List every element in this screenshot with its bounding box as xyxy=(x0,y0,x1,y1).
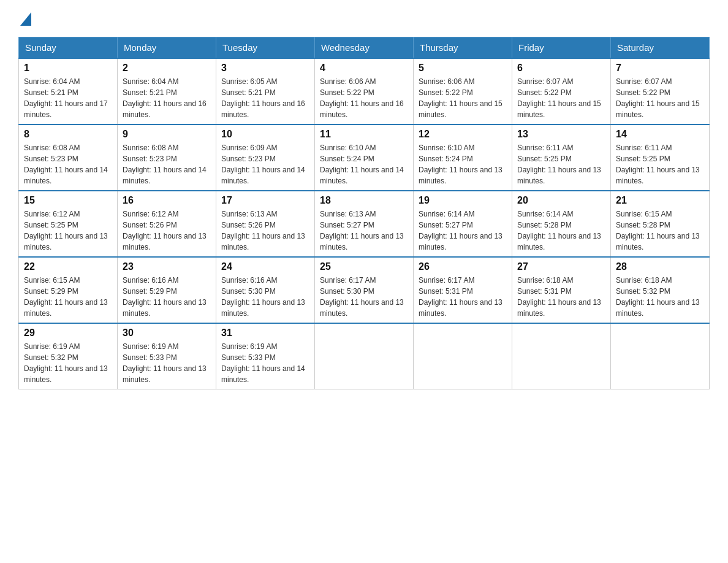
day-info: Sunrise: 6:19 AM Sunset: 5:32 PM Dayligh… xyxy=(24,341,112,385)
day-info: Sunrise: 6:16 AM Sunset: 5:29 PM Dayligh… xyxy=(123,275,211,319)
page-header xyxy=(18,12,710,25)
calendar-cell: 18 Sunrise: 6:13 AM Sunset: 5:27 PM Dayl… xyxy=(315,191,414,257)
day-info: Sunrise: 6:05 AM Sunset: 5:21 PM Dayligh… xyxy=(221,76,309,120)
day-number: 28 xyxy=(616,261,704,272)
day-info: Sunrise: 6:15 AM Sunset: 5:29 PM Dayligh… xyxy=(24,275,112,319)
day-info: Sunrise: 6:11 AM Sunset: 5:25 PM Dayligh… xyxy=(616,142,704,186)
day-number: 9 xyxy=(123,129,211,140)
header-row: SundayMondayTuesdayWednesdayThursdayFrid… xyxy=(19,37,710,59)
day-info: Sunrise: 6:13 AM Sunset: 5:27 PM Dayligh… xyxy=(320,209,408,253)
day-info: Sunrise: 6:19 AM Sunset: 5:33 PM Dayligh… xyxy=(221,341,309,385)
day-info: Sunrise: 6:13 AM Sunset: 5:26 PM Dayligh… xyxy=(221,209,309,253)
day-number: 19 xyxy=(419,195,507,206)
calendar-cell: 6 Sunrise: 6:07 AM Sunset: 5:22 PM Dayli… xyxy=(512,58,611,124)
day-info: Sunrise: 6:15 AM Sunset: 5:28 PM Dayligh… xyxy=(616,209,704,253)
day-info: Sunrise: 6:18 AM Sunset: 5:32 PM Dayligh… xyxy=(616,275,704,319)
day-info: Sunrise: 6:10 AM Sunset: 5:24 PM Dayligh… xyxy=(419,142,507,186)
day-info: Sunrise: 6:19 AM Sunset: 5:33 PM Dayligh… xyxy=(123,341,211,385)
header-cell-tuesday: Tuesday xyxy=(216,37,315,59)
day-info: Sunrise: 6:16 AM Sunset: 5:30 PM Dayligh… xyxy=(221,275,309,319)
day-number: 12 xyxy=(419,129,507,140)
calendar-cell: 27 Sunrise: 6:18 AM Sunset: 5:31 PM Dayl… xyxy=(512,257,611,323)
calendar-cell: 2 Sunrise: 6:04 AM Sunset: 5:21 PM Dayli… xyxy=(118,58,216,124)
day-info: Sunrise: 6:07 AM Sunset: 5:22 PM Dayligh… xyxy=(517,76,605,120)
calendar-cell xyxy=(414,323,512,389)
day-number: 5 xyxy=(419,63,507,74)
day-number: 24 xyxy=(221,261,309,272)
day-info: Sunrise: 6:09 AM Sunset: 5:23 PM Dayligh… xyxy=(221,142,309,186)
day-number: 2 xyxy=(123,63,211,74)
day-info: Sunrise: 6:12 AM Sunset: 5:25 PM Dayligh… xyxy=(24,209,112,253)
day-info: Sunrise: 6:06 AM Sunset: 5:22 PM Dayligh… xyxy=(320,76,408,120)
week-row-3: 15 Sunrise: 6:12 AM Sunset: 5:25 PM Dayl… xyxy=(19,191,710,257)
day-number: 26 xyxy=(419,261,507,272)
day-info: Sunrise: 6:17 AM Sunset: 5:31 PM Dayligh… xyxy=(419,275,507,319)
day-number: 30 xyxy=(123,327,211,339)
week-row-5: 29 Sunrise: 6:19 AM Sunset: 5:32 PM Dayl… xyxy=(19,323,710,389)
day-number: 8 xyxy=(24,129,112,140)
logo xyxy=(18,12,31,25)
header-cell-friday: Friday xyxy=(512,37,611,59)
calendar-cell: 4 Sunrise: 6:06 AM Sunset: 5:22 PM Dayli… xyxy=(315,58,414,124)
day-info: Sunrise: 6:14 AM Sunset: 5:28 PM Dayligh… xyxy=(517,209,605,253)
calendar-cell: 23 Sunrise: 6:16 AM Sunset: 5:29 PM Dayl… xyxy=(118,257,216,323)
calendar-table: SundayMondayTuesdayWednesdayThursdayFrid… xyxy=(18,37,710,389)
day-number: 16 xyxy=(123,195,211,206)
day-number: 22 xyxy=(24,261,112,272)
day-number: 23 xyxy=(123,261,211,272)
calendar-cell: 13 Sunrise: 6:11 AM Sunset: 5:25 PM Dayl… xyxy=(512,124,611,191)
day-number: 25 xyxy=(320,261,408,272)
day-number: 1 xyxy=(24,63,112,74)
day-number: 20 xyxy=(517,195,605,206)
calendar-cell xyxy=(512,323,611,389)
calendar-header: SundayMondayTuesdayWednesdayThursdayFrid… xyxy=(19,37,710,59)
calendar-cell: 5 Sunrise: 6:06 AM Sunset: 5:22 PM Dayli… xyxy=(414,58,512,124)
calendar-cell: 8 Sunrise: 6:08 AM Sunset: 5:23 PM Dayli… xyxy=(19,124,118,191)
day-number: 15 xyxy=(24,195,112,206)
header-cell-sunday: Sunday xyxy=(19,37,118,59)
header-cell-monday: Monday xyxy=(118,37,216,59)
day-number: 27 xyxy=(517,261,605,272)
calendar-cell xyxy=(315,323,414,389)
calendar-cell: 24 Sunrise: 6:16 AM Sunset: 5:30 PM Dayl… xyxy=(216,257,315,323)
calendar-cell: 30 Sunrise: 6:19 AM Sunset: 5:33 PM Dayl… xyxy=(118,323,216,389)
calendar-cell: 17 Sunrise: 6:13 AM Sunset: 5:26 PM Dayl… xyxy=(216,191,315,257)
calendar-cell: 1 Sunrise: 6:04 AM Sunset: 5:21 PM Dayli… xyxy=(19,58,118,124)
day-info: Sunrise: 6:10 AM Sunset: 5:24 PM Dayligh… xyxy=(320,142,408,186)
day-number: 3 xyxy=(221,63,309,74)
day-info: Sunrise: 6:07 AM Sunset: 5:22 PM Dayligh… xyxy=(616,76,704,120)
calendar-body: 1 Sunrise: 6:04 AM Sunset: 5:21 PM Dayli… xyxy=(19,58,710,389)
logo-triangle-icon xyxy=(20,12,31,26)
day-number: 7 xyxy=(616,63,704,74)
week-row-1: 1 Sunrise: 6:04 AM Sunset: 5:21 PM Dayli… xyxy=(19,58,710,124)
calendar-cell: 16 Sunrise: 6:12 AM Sunset: 5:26 PM Dayl… xyxy=(118,191,216,257)
day-info: Sunrise: 6:12 AM Sunset: 5:26 PM Dayligh… xyxy=(123,209,211,253)
day-info: Sunrise: 6:17 AM Sunset: 5:30 PM Dayligh… xyxy=(320,275,408,319)
calendar-cell: 12 Sunrise: 6:10 AM Sunset: 5:24 PM Dayl… xyxy=(414,124,512,191)
calendar-cell xyxy=(611,323,710,389)
day-number: 29 xyxy=(24,327,112,339)
day-info: Sunrise: 6:11 AM Sunset: 5:25 PM Dayligh… xyxy=(517,142,605,186)
day-number: 10 xyxy=(221,129,309,140)
calendar-cell: 25 Sunrise: 6:17 AM Sunset: 5:30 PM Dayl… xyxy=(315,257,414,323)
day-number: 13 xyxy=(517,129,605,140)
calendar-cell: 14 Sunrise: 6:11 AM Sunset: 5:25 PM Dayl… xyxy=(611,124,710,191)
day-info: Sunrise: 6:18 AM Sunset: 5:31 PM Dayligh… xyxy=(517,275,605,319)
day-number: 17 xyxy=(221,195,309,206)
calendar-cell: 7 Sunrise: 6:07 AM Sunset: 5:22 PM Dayli… xyxy=(611,58,710,124)
calendar-cell: 9 Sunrise: 6:08 AM Sunset: 5:23 PM Dayli… xyxy=(118,124,216,191)
day-number: 14 xyxy=(616,129,704,140)
day-info: Sunrise: 6:08 AM Sunset: 5:23 PM Dayligh… xyxy=(123,142,211,186)
week-row-2: 8 Sunrise: 6:08 AM Sunset: 5:23 PM Dayli… xyxy=(19,124,710,191)
calendar-cell: 3 Sunrise: 6:05 AM Sunset: 5:21 PM Dayli… xyxy=(216,58,315,124)
calendar-cell: 11 Sunrise: 6:10 AM Sunset: 5:24 PM Dayl… xyxy=(315,124,414,191)
day-number: 31 xyxy=(221,327,309,339)
calendar-cell: 21 Sunrise: 6:15 AM Sunset: 5:28 PM Dayl… xyxy=(611,191,710,257)
header-cell-wednesday: Wednesday xyxy=(315,37,414,59)
calendar-cell: 22 Sunrise: 6:15 AM Sunset: 5:29 PM Dayl… xyxy=(19,257,118,323)
day-number: 18 xyxy=(320,195,408,206)
day-info: Sunrise: 6:08 AM Sunset: 5:23 PM Dayligh… xyxy=(24,142,112,186)
calendar-cell: 15 Sunrise: 6:12 AM Sunset: 5:25 PM Dayl… xyxy=(19,191,118,257)
day-number: 11 xyxy=(320,129,408,140)
week-row-4: 22 Sunrise: 6:15 AM Sunset: 5:29 PM Dayl… xyxy=(19,257,710,323)
